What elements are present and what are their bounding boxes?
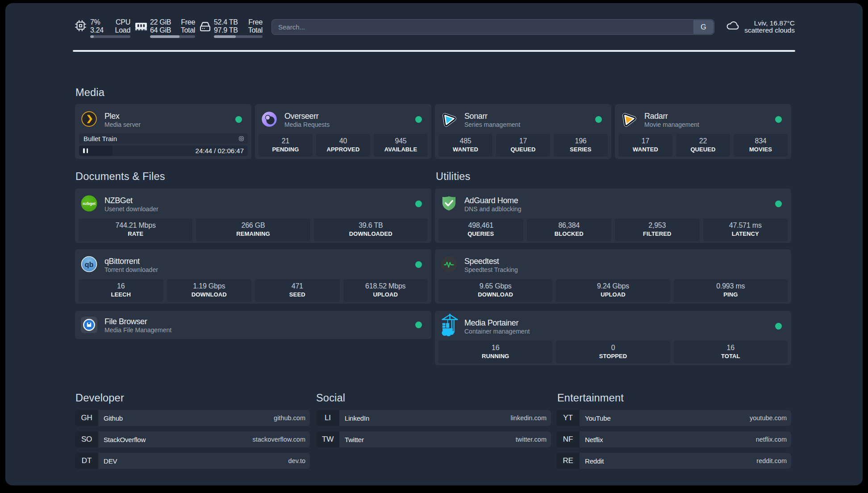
svg-text:nzbget: nzbget (83, 201, 96, 206)
svg-text:qb: qb (85, 261, 94, 268)
